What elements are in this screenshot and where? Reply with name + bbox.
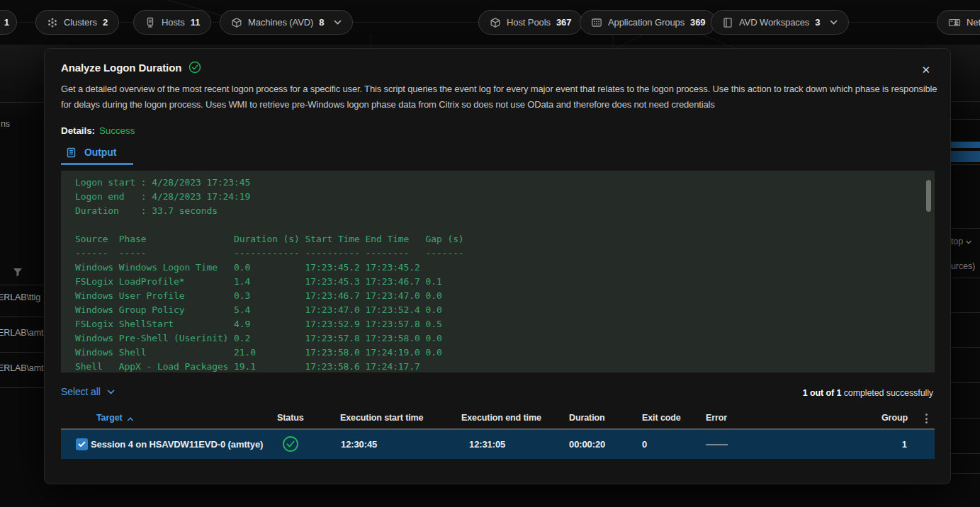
pill-label: Clusters [64, 17, 97, 28]
pill-count: 1 [4, 17, 9, 28]
pill-label: Net [967, 17, 980, 28]
dialog-description: Get a detailed overview of the most rece… [61, 81, 938, 113]
pill-application-groups[interactable]: Application Groups 369 [580, 10, 716, 35]
pill-count: 11 [191, 17, 201, 28]
dialog-title: Analyze Logon Duration [61, 62, 181, 74]
chevron-down-icon [830, 20, 838, 25]
pill-count: 2 [103, 17, 108, 28]
completion-summary: 1 out of 1 completed successfully [803, 388, 933, 398]
details-label: Details: [61, 125, 95, 136]
success-check-icon [188, 61, 201, 74]
details-status-line: Details:Success [61, 125, 135, 136]
pill-count: 369 [690, 17, 705, 28]
check-icon [78, 441, 86, 448]
background-selected-row [951, 151, 980, 162]
filter-funnel-icon [13, 268, 23, 277]
pill-partial-left[interactable]: s 1 [0, 10, 17, 35]
app-groups-icon [591, 17, 602, 28]
close-icon[interactable]: ✕ [922, 64, 930, 75]
pill-label: AVD Workspaces [739, 17, 809, 28]
background-selected-row [951, 142, 980, 148]
table-row[interactable]: Session 4 on HSAVDW11EVD-0 (amttye) 12:3… [61, 430, 935, 459]
chevron-down-icon [107, 389, 115, 394]
pill-machines-avd[interactable]: Machines (AVD) 8 [220, 10, 353, 35]
row-exec-start: 12:30:45 [341, 430, 377, 459]
row-target: Session 4 on HSAVDW11EVD-0 (amttye) [91, 430, 263, 459]
pill-count: 8 [319, 17, 324, 28]
pill-label: Host Pools [507, 17, 551, 28]
row-status-success-icon [282, 435, 299, 455]
console-scrollbar-thumb[interactable] [926, 180, 931, 212]
network-icon [948, 17, 961, 28]
column-header-status[interactable]: Status [277, 413, 304, 423]
pill-hosts[interactable]: Hosts 11 [133, 10, 211, 35]
pill-avd-workspaces[interactable]: AVD Workspaces 3 [711, 10, 849, 35]
analyze-logon-duration-dialog: Analyze Logon Duration ✕ Get a detailed … [44, 48, 951, 484]
machine-cube-icon [231, 17, 242, 28]
pill-label: Hosts [162, 17, 185, 28]
background-user-cell: ERLAB\ttig [0, 292, 40, 302]
pill-host-pools[interactable]: Host Pools 367 [478, 10, 582, 35]
hosts-icon [145, 17, 156, 28]
completion-text: completed successfully [841, 388, 933, 398]
row-exit-code: 0 [642, 430, 647, 459]
row-checkbox[interactable] [76, 438, 88, 450]
select-all-dropdown[interactable]: Select all [61, 386, 115, 397]
completion-count: 1 out of 1 [803, 388, 842, 398]
status-badge: Success [99, 125, 135, 136]
column-header-target[interactable]: Target [96, 413, 134, 423]
pill-clusters[interactable]: Clusters 2 [35, 10, 119, 35]
background-fragment: ns [1, 119, 10, 129]
column-header-exec-end[interactable]: Execution end time [461, 413, 541, 423]
pill-count: 3 [815, 17, 820, 28]
background-user-cell: ERLAB\amt [0, 363, 43, 373]
column-header-group[interactable]: Group [837, 413, 908, 423]
select-all-label: Select all [61, 386, 101, 397]
background-right-column: top urces) [951, 45, 980, 507]
tab-output[interactable]: Output [66, 147, 116, 158]
table-options-kebab-icon[interactable] [925, 414, 928, 423]
clusters-icon [47, 17, 58, 28]
background-user-cell: ERLAB\amt [0, 328, 43, 338]
topology-bar: s 1 Clusters 2 Hosts 11 Machines (AVD) 8… [0, 0, 980, 45]
column-header-error[interactable]: Error [706, 413, 727, 423]
pill-count: 367 [556, 17, 571, 28]
pill-label: Application Groups [608, 17, 685, 28]
console-text: Logon start : 4/28/2023 17:23:45 Logon e… [61, 171, 935, 372]
row-error-empty-dash [706, 444, 728, 445]
column-header-exit-code[interactable]: Exit code [642, 413, 681, 423]
active-tab-indicator [61, 163, 133, 165]
background-left-column: ns ERLAB\ttig ERLAB\amt ERLAB\amt [0, 45, 44, 507]
column-header-exec-start[interactable]: Execution start time [340, 413, 423, 423]
background-fragment: top [951, 237, 972, 246]
chevron-down-icon [334, 20, 342, 25]
background-fragment: urces) [951, 261, 975, 271]
host-pool-cube-icon [490, 17, 501, 28]
row-group: 1 [836, 430, 907, 459]
screen: s 1 Clusters 2 Hosts 11 Machines (AVD) 8… [0, 0, 980, 507]
console-output[interactable]: Logon start : 4/28/2023 17:23:45 Logon e… [61, 171, 935, 372]
pill-label: Machines (AVD) [248, 17, 313, 28]
results-table-header: Target Status Execution start time Execu… [45, 413, 950, 428]
workspace-icon [722, 17, 733, 28]
pill-partial-right[interactable]: Net [937, 10, 980, 35]
document-icon [66, 147, 77, 158]
tab-label: Output [84, 147, 116, 158]
row-duration: 00:00:20 [569, 430, 605, 459]
column-label: Target [96, 413, 123, 423]
sort-up-icon [127, 417, 134, 421]
row-exec-end: 12:31:05 [469, 430, 505, 459]
column-header-duration[interactable]: Duration [569, 413, 605, 423]
